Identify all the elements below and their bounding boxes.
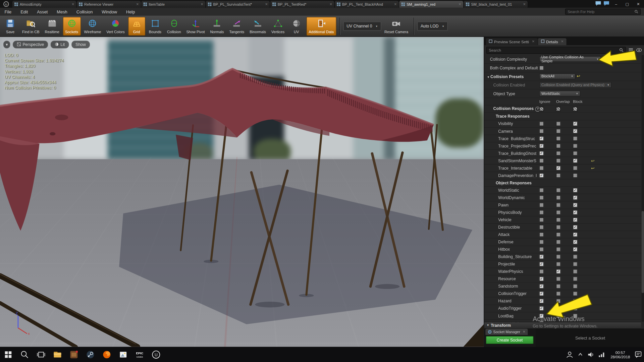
steam-icon[interactable] — [82, 347, 99, 362]
close-tab-icon[interactable]: ✕ — [459, 2, 461, 6]
auto-lod-dropdown[interactable]: Auto LOD▼ — [417, 21, 447, 31]
close-tab-icon[interactable]: ✕ — [201, 2, 203, 6]
hitbox-overlap-checkbox[interactable] — [556, 247, 560, 251]
collisiontrigger-block-checkbox[interactable] — [573, 291, 577, 296]
close-tab-icon[interactable]: ✕ — [523, 330, 525, 334]
trace-buildingstruc-overlap-checkbox[interactable] — [556, 136, 560, 141]
attack-block-checkbox[interactable] — [573, 232, 577, 237]
physicsbody-block-checkbox[interactable] — [573, 210, 577, 215]
toolbar-tangents-button[interactable]: Tangents — [227, 17, 246, 36]
sandstormmonsters-overlap-checkbox[interactable] — [556, 159, 560, 163]
hazard-ignore-checkbox[interactable] — [539, 299, 544, 303]
pawn-overlap-checkbox[interactable] — [556, 203, 560, 207]
maximize-button[interactable]: ▢ — [623, 1, 632, 7]
action-center-icon[interactable] — [633, 347, 644, 362]
worldstatic-block-checkbox[interactable] — [573, 188, 577, 192]
damageprevention-i-overlap-checkbox[interactable] — [556, 173, 560, 178]
menu-edit[interactable]: Edit — [16, 8, 33, 15]
toolbar-find-in-cb-button[interactable]: Find in CB — [20, 17, 42, 36]
both-complex-checkbox[interactable] — [539, 65, 544, 70]
tab-socket-manager[interactable]: Socket Manager ✕ — [485, 329, 528, 335]
audiotrigger-ignore-checkbox[interactable] — [539, 306, 544, 310]
tab-details[interactable]: Details✕ — [538, 38, 567, 45]
collision-presets-dropdown[interactable]: BlockAll▼ — [539, 73, 576, 79]
pawn-block-checkbox[interactable] — [573, 203, 577, 207]
visibility-overlap-checkbox[interactable] — [556, 121, 560, 126]
defense-ignore-checkbox[interactable] — [539, 240, 544, 244]
details-scrollbar[interactable] — [642, 55, 644, 322]
network-icon[interactable] — [597, 347, 607, 362]
menu-asset[interactable]: Asset — [33, 8, 52, 15]
sandstormmonsters-ignore-checkbox[interactable] — [539, 159, 544, 163]
trace-interactable-overlap-checkbox[interactable] — [556, 166, 560, 170]
building-structure-block-checkbox[interactable] — [573, 254, 577, 259]
lootbag-block-checkbox[interactable] — [573, 314, 577, 318]
audiotrigger-block-checkbox[interactable] — [573, 306, 577, 310]
revert-arrow-icon[interactable]: ↩ — [602, 57, 605, 61]
toolbar-bounds-button[interactable]: Bounds — [147, 17, 164, 36]
caret-up-icon[interactable] — [575, 347, 586, 362]
people-icon[interactable] — [565, 347, 575, 362]
physicsbody-overlap-checkbox[interactable] — [556, 210, 560, 215]
vehicle-ignore-checkbox[interactable] — [539, 218, 544, 222]
help-icon[interactable]: ? — [535, 107, 539, 112]
toolbar-grid-button[interactable]: Grid — [128, 17, 145, 36]
resource-ignore-checkbox[interactable] — [539, 277, 544, 281]
revert-arrow-icon[interactable]: ↩ — [591, 159, 594, 163]
viewport-3d[interactable]: ▾PerspectiveLitShow LOD: 0Current Screen… — [0, 37, 484, 347]
lootbag-ignore-checkbox[interactable] — [539, 314, 544, 318]
camera-ignore-checkbox[interactable] — [539, 129, 544, 133]
vehicle-block-checkbox[interactable] — [573, 218, 577, 222]
toolbar-wireframe-button[interactable]: Wireframe — [82, 17, 103, 36]
trace-projectileprec-block-checkbox[interactable] — [573, 144, 577, 148]
pawn-ignore-checkbox[interactable] — [539, 203, 544, 207]
tab-preview-scene-setti[interactable]: Preview Scene Setti✕ — [486, 38, 538, 45]
worlddynamic-overlap-checkbox[interactable] — [556, 195, 560, 200]
menu-window[interactable]: Window — [97, 8, 122, 15]
explorer-icon[interactable] — [49, 347, 66, 362]
sandstorm-overlap-checkbox[interactable] — [556, 284, 560, 288]
asset-tab-bp-pl-tent-blackhand[interactable]: BP_PL_Tent_BlackHAnd✕ — [335, 1, 399, 8]
damageprevention-i-block-checkbox[interactable] — [573, 173, 577, 178]
menu-file[interactable]: File — [0, 8, 16, 15]
photos-icon[interactable] — [115, 347, 131, 362]
list-options-icon[interactable] — [628, 47, 634, 54]
minimize-button[interactable]: – — [611, 1, 621, 7]
menu-collision[interactable]: Collision — [72, 8, 97, 15]
toolbar-uv-button[interactable]: UV — [288, 17, 305, 36]
toolbar-normals-button[interactable]: Normals — [208, 17, 226, 36]
worlddynamic-block-checkbox[interactable] — [573, 195, 577, 200]
collision-complexity-dropdown[interactable]: Use Complex Collision As Simple▼ — [539, 56, 601, 62]
unreal-icon[interactable]: U — [148, 347, 164, 362]
firefox-icon[interactable] — [99, 347, 115, 362]
volume-icon[interactable] — [586, 347, 597, 362]
destructible-overlap-checkbox[interactable] — [556, 225, 560, 229]
destructible-ignore-checkbox[interactable] — [539, 225, 544, 229]
transform-section-header[interactable]: ▾ Transform — [484, 322, 641, 329]
worlddynamic-ignore-checkbox[interactable] — [539, 195, 544, 200]
viewport-perspective-button[interactable]: Perspective — [13, 41, 48, 48]
audiotrigger-overlap-checkbox[interactable] — [556, 306, 560, 310]
sandstorm-ignore-checkbox[interactable] — [539, 284, 544, 288]
close-tab-icon[interactable]: ✕ — [561, 40, 564, 44]
close-button[interactable]: ✕ — [634, 1, 643, 7]
trace-interactable-block-checkbox[interactable] — [573, 166, 577, 170]
toolbar-collision-button[interactable]: Collision — [165, 17, 183, 36]
building-structure-overlap-checkbox[interactable] — [556, 254, 560, 259]
sandstorm-block-checkbox[interactable] — [573, 284, 577, 288]
trace-buildingstruc-block-checkbox[interactable] — [573, 136, 577, 141]
defense-overlap-checkbox[interactable] — [556, 240, 560, 244]
collisiontrigger-ignore-checkbox[interactable] — [539, 291, 544, 296]
viewport-options-dropdown[interactable]: ▾ — [3, 41, 10, 48]
revert-arrow-icon[interactable]: ↩ — [577, 74, 580, 78]
worldstatic-ignore-checkbox[interactable] — [539, 188, 544, 192]
close-tab-icon[interactable]: ✕ — [329, 2, 332, 6]
chat-icon-2[interactable] — [603, 0, 609, 8]
trace-projectileprec-overlap-checkbox[interactable] — [556, 144, 560, 148]
taskbar-clock[interactable]: 00:5728/06/2018 — [607, 350, 633, 359]
asset-tab-almostempty[interactable]: AlmostEmpty✕ — [12, 1, 77, 8]
hazard-block-checkbox[interactable] — [573, 299, 577, 303]
create-socket-button[interactable]: Create Socket — [486, 336, 534, 344]
trace-buildingghost-ignore-checkbox[interactable] — [539, 151, 544, 156]
asset-tab-sm-black-hand-tent-01[interactable]: SM_black_hand_tent_01✕ — [464, 1, 528, 8]
